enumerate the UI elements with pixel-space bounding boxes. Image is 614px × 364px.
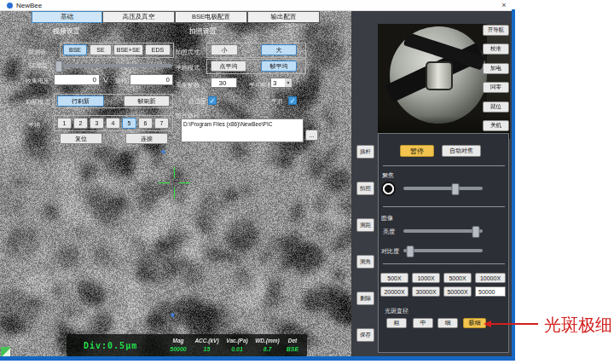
status-bar: Div:0.5μm Mag ACC.(kV) Vac.(Pa) WD.(mm) … bbox=[67, 334, 307, 356]
close-icon[interactable]: × bbox=[498, 1, 510, 10]
avg-mode-label: 平均模式 bbox=[176, 64, 200, 72]
spot-fine-button[interactable]: 细 bbox=[437, 318, 458, 328]
status-val-vac: 0.01 bbox=[223, 346, 252, 352]
average-label: 平均 bbox=[28, 121, 40, 130]
refresh-frame-button[interactable]: 帧刷新 bbox=[124, 95, 170, 107]
photo-settings-title: 拍照设置 bbox=[189, 26, 217, 36]
detector-eds-button[interactable]: EDS bbox=[145, 44, 171, 55]
in-position-button[interactable]: 就位 bbox=[483, 101, 509, 113]
brightness-label: 亮度 bbox=[383, 228, 395, 236]
average-4-button[interactable]: 4 bbox=[106, 118, 120, 129]
avg-point-button[interactable]: 点平均 bbox=[211, 61, 246, 72]
focus-knob-icon[interactable] bbox=[381, 182, 396, 196]
se-gain-slider-thumb[interactable] bbox=[55, 61, 62, 72]
mag-input[interactable]: 50000 bbox=[475, 286, 506, 297]
average-1-button[interactable]: 1 bbox=[57, 118, 72, 129]
photo-size-label: 拍照尺寸 bbox=[176, 48, 200, 56]
brightness-slider[interactable] bbox=[403, 229, 483, 233]
mag-1000x-button[interactable]: 1000X bbox=[412, 273, 440, 283]
average-3-button[interactable]: 3 bbox=[90, 118, 104, 129]
average-2-button[interactable]: 2 bbox=[73, 118, 88, 129]
delete-button[interactable]: 删除 bbox=[356, 292, 374, 305]
mag-20000x-button[interactable]: 20000X bbox=[380, 286, 408, 297]
avg-frames-label: 平均帧数 bbox=[249, 81, 273, 90]
open-nav-button[interactable]: 开导航 bbox=[483, 25, 509, 36]
insert-rod-button[interactable]: 插杆 bbox=[356, 145, 374, 159]
status-values: 50000 15 0.01 8.7 BSE bbox=[165, 346, 302, 352]
app-icon bbox=[7, 3, 13, 9]
refresh-row-button[interactable]: 行刷新 bbox=[57, 95, 104, 107]
calibrate-button[interactable]: 校准 bbox=[483, 43, 509, 55]
image-section-label: 图像 bbox=[381, 214, 393, 222]
average-6-button[interactable]: 6 bbox=[138, 118, 153, 129]
app-window: 基础 高压及真空 BSE电极配置 输出配置 视频设置 探测器 BSE SE BS… bbox=[0, 11, 513, 356]
autofocus-button[interactable]: 自动对焦 bbox=[442, 145, 481, 157]
frames-label: 采集帧数 bbox=[176, 81, 200, 90]
average-7-button[interactable]: 7 bbox=[154, 118, 169, 129]
focus-slider-thumb[interactable] bbox=[452, 183, 460, 195]
video-settings-title: 视频设置 bbox=[53, 26, 80, 36]
tab-basic[interactable]: 基础 bbox=[32, 11, 102, 23]
frames-input[interactable]: 30 bbox=[211, 78, 237, 88]
size-large-button[interactable]: 大 bbox=[261, 44, 297, 55]
avg-frames-dropdown[interactable]: 3 ▾ bbox=[270, 78, 293, 88]
detector-bse-se-button[interactable]: BSE+SE bbox=[113, 44, 143, 55]
spot-extra-fine-button[interactable]: 极细 bbox=[463, 318, 486, 328]
focus-label: 聚焦 bbox=[382, 171, 394, 180]
detector-bse-button[interactable]: BSE bbox=[63, 44, 87, 55]
connect-button[interactable]: 连接 bbox=[125, 133, 168, 144]
status-col-mag: Mag bbox=[165, 338, 191, 344]
size-small-button[interactable]: 小 bbox=[211, 44, 238, 55]
pause-button[interactable]: 暂停 bbox=[400, 145, 434, 157]
contrast-label: 对比度 bbox=[381, 247, 399, 256]
adaptive-label: 自适应 bbox=[188, 97, 206, 106]
brightness-slider-thumb[interactable] bbox=[472, 226, 479, 238]
home-button[interactable]: 回零 bbox=[483, 82, 509, 93]
collect-voltage-input[interactable]: 0 bbox=[54, 74, 100, 85]
se-gain-slider[interactable] bbox=[56, 64, 172, 67]
window-right-edge bbox=[512, 9, 515, 361]
status-col-vac: Vac.(Pa) bbox=[223, 338, 252, 344]
mag-5000x-button[interactable]: 5000X bbox=[443, 273, 472, 283]
power-on-button[interactable]: 加电 bbox=[483, 63, 509, 74]
spot-diameter-label: 光斑直径 bbox=[385, 307, 408, 315]
detector-se-button[interactable]: SE bbox=[90, 44, 112, 55]
path-textarea[interactable]: D:\Program Files (x86)\NewBee\PIC bbox=[181, 118, 304, 142]
focus-slider[interactable] bbox=[403, 187, 483, 190]
power-off-button[interactable]: 关机 bbox=[483, 120, 509, 131]
spot-medium-button[interactable]: 中 bbox=[413, 318, 433, 328]
adaptive-checkbox[interactable]: ✓ bbox=[208, 96, 217, 105]
tab-hv-vacuum[interactable]: 高压及真空 bbox=[102, 11, 175, 23]
contrast-slider-thumb[interactable] bbox=[407, 246, 414, 257]
contrast-slider[interactable] bbox=[403, 249, 483, 252]
tab-bse-config[interactable]: BSE电极配置 bbox=[175, 11, 247, 23]
average-5-button[interactable]: 5 bbox=[122, 118, 136, 129]
title-bar: NewBee × bbox=[0, 0, 513, 11]
browse-button[interactable]: ... bbox=[305, 130, 318, 141]
capture-photo-button[interactable]: 拍照 bbox=[356, 182, 374, 195]
status-col-wd: WD.(mm) bbox=[253, 338, 282, 344]
smooth-label: 平滑 bbox=[271, 97, 283, 106]
mag-500x-button[interactable]: 500X bbox=[380, 273, 408, 283]
mag-50000x-button[interactable]: 50000X bbox=[443, 286, 472, 297]
measure-distance-button[interactable]: 测距 bbox=[356, 218, 374, 232]
tab-bse-config-label: BSE电极配置 bbox=[192, 13, 230, 21]
sample-stub bbox=[426, 61, 453, 90]
tab-output-config-label: 输出配置 bbox=[271, 13, 297, 21]
measure-angle-button[interactable]: 测角 bbox=[356, 255, 374, 269]
annotation-text: 光斑极细 bbox=[544, 314, 612, 337]
mag-10000x-button[interactable]: 10000X bbox=[475, 273, 506, 283]
smooth-checkbox[interactable]: ✓ bbox=[288, 96, 297, 105]
tab-hv-vacuum-label: 高压及真空 bbox=[123, 13, 155, 21]
save-button[interactable]: 保存 bbox=[356, 328, 374, 342]
tab-output-config[interactable]: 输出配置 bbox=[247, 11, 320, 23]
avg-frame-button[interactable]: 帧平均 bbox=[261, 61, 297, 72]
rotation-input[interactable]: 0 bbox=[130, 74, 173, 85]
spot-coarse-button[interactable]: 粗 bbox=[386, 318, 407, 328]
status-val-det: BSE bbox=[283, 346, 302, 352]
chevron-down-icon[interactable]: ▾ bbox=[285, 78, 292, 87]
rotation-label: 旋转 bbox=[115, 77, 127, 85]
reset-button[interactable]: 复位 bbox=[60, 133, 102, 144]
mag-30000x-button[interactable]: 30000X bbox=[412, 286, 440, 297]
tab-basic-label: 基础 bbox=[61, 13, 73, 21]
